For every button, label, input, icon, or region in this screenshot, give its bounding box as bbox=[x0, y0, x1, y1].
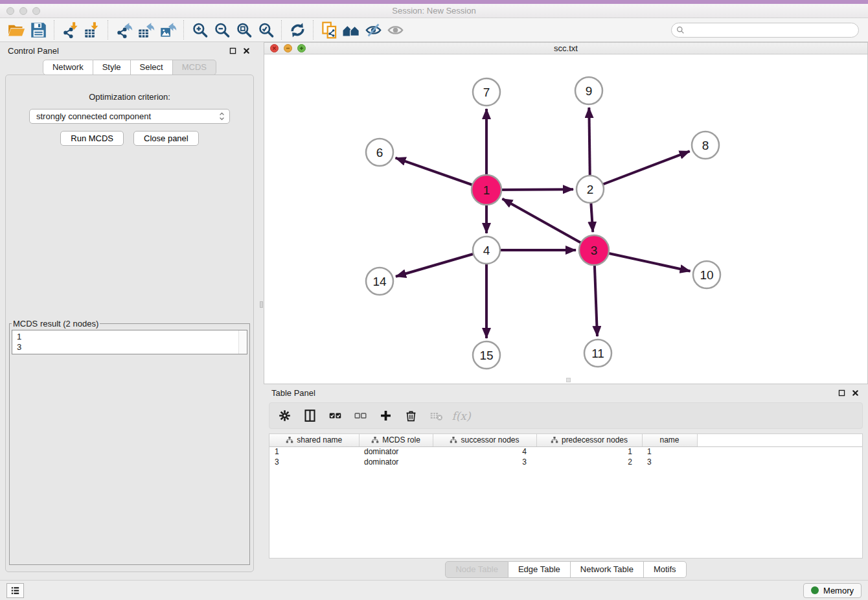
open-file-icon[interactable] bbox=[5, 20, 27, 40]
graph-node-15[interactable]: 15 bbox=[473, 341, 500, 369]
export-network-icon[interactable] bbox=[113, 20, 135, 40]
right-column: scc.txt 7968124314101511 Table Panel bbox=[264, 42, 868, 580]
minimize-view-icon[interactable] bbox=[284, 44, 292, 52]
graph-node-6[interactable]: 6 bbox=[366, 139, 393, 166]
clone-network-icon[interactable] bbox=[318, 20, 340, 40]
network-window-title: scc.txt bbox=[264, 43, 867, 53]
export-table-icon[interactable] bbox=[135, 20, 157, 40]
maximize-view-icon[interactable] bbox=[297, 44, 306, 52]
zoom-fit-icon[interactable] bbox=[233, 20, 255, 40]
mcds-result-text[interactable]: 13 bbox=[12, 330, 247, 354]
mcds-result-title: MCDS result (2 nodes) bbox=[12, 319, 100, 329]
svg-text:8: 8 bbox=[702, 139, 709, 152]
column-header-successor-nodes[interactable]: successor nodes bbox=[433, 434, 536, 446]
application-window: Session: New Session Control Panel Netwo… bbox=[0, 0, 868, 600]
float-panel-icon[interactable] bbox=[227, 46, 238, 56]
canvas-grip-handle[interactable] bbox=[566, 378, 571, 382]
task-history-button[interactable] bbox=[6, 583, 24, 598]
add-column-icon[interactable] bbox=[377, 408, 394, 424]
table-tab-network-table[interactable]: Network Table bbox=[571, 561, 644, 578]
search-container bbox=[671, 23, 859, 38]
hide-panel-icon[interactable] bbox=[362, 20, 384, 40]
graph-node-9[interactable]: 9 bbox=[575, 77, 602, 104]
control-panel-header: Control Panel bbox=[0, 42, 259, 60]
svg-text:4: 4 bbox=[483, 244, 490, 257]
graph-node-3[interactable]: 3 bbox=[579, 235, 609, 265]
select-stepper-icon bbox=[218, 111, 225, 122]
select-all-icon[interactable] bbox=[326, 408, 343, 424]
node-table-container: shared nameMCDS rolesuccessor nodesprede… bbox=[269, 433, 863, 559]
table-panel-title: Table Panel bbox=[271, 388, 833, 398]
graph-edge-2-8[interactable] bbox=[590, 151, 690, 189]
table-tab-node-table[interactable]: Node Table bbox=[445, 561, 508, 578]
table-row[interactable]: 1dominator411 bbox=[269, 446, 862, 457]
mcds-result-box: MCDS result (2 nodes) 13 bbox=[9, 319, 250, 565]
mcds-result-line: 1 bbox=[17, 332, 235, 342]
column-header-name[interactable]: name bbox=[642, 434, 697, 446]
tab-mcds[interactable]: MCDS bbox=[173, 60, 216, 75]
graph-node-8[interactable]: 8 bbox=[692, 132, 719, 159]
home-icon[interactable] bbox=[340, 20, 362, 40]
network-graph: 7968124314101511 bbox=[264, 54, 867, 381]
control-panel: Control Panel NetworkStyleSelectMCDS Opt… bbox=[0, 42, 259, 580]
column-layout-icon[interactable] bbox=[301, 408, 318, 424]
table-cell-filler bbox=[697, 457, 862, 467]
criterion-value: strongly connected component bbox=[36, 111, 218, 121]
table-row[interactable]: 3dominator323 bbox=[269, 457, 862, 467]
memory-label: Memory bbox=[823, 586, 854, 595]
close-view-icon[interactable] bbox=[270, 44, 279, 52]
graph-node-4[interactable]: 4 bbox=[473, 237, 500, 264]
graph-node-14[interactable]: 14 bbox=[366, 268, 393, 295]
panel-splitter[interactable] bbox=[259, 42, 264, 580]
table-tab-motifs[interactable]: Motifs bbox=[644, 561, 687, 578]
control-panel-title: Control Panel bbox=[8, 46, 224, 56]
close-table-panel-icon[interactable] bbox=[850, 388, 860, 398]
export-image-icon[interactable] bbox=[157, 20, 179, 40]
graph-edge-3-1[interactable] bbox=[502, 199, 594, 250]
zoom-selected-icon[interactable] bbox=[255, 20, 277, 40]
graph-node-11[interactable]: 11 bbox=[584, 340, 611, 367]
zoom-in-icon[interactable] bbox=[188, 20, 211, 40]
table-panel-header: Table Panel bbox=[264, 384, 868, 402]
tab-network[interactable]: Network bbox=[43, 60, 93, 75]
table-cell: dominator bbox=[359, 446, 433, 457]
run-mcds-button[interactable]: Run MCDS bbox=[60, 131, 124, 146]
import-table-icon[interactable] bbox=[81, 20, 103, 40]
column-header-MCDS-role[interactable]: MCDS role bbox=[359, 434, 433, 446]
refresh-icon[interactable] bbox=[286, 20, 308, 40]
memory-button[interactable]: Memory bbox=[803, 583, 862, 598]
graph-node-10[interactable]: 10 bbox=[693, 261, 720, 288]
graph-node-7[interactable]: 7 bbox=[473, 78, 500, 106]
deselect-all-icon[interactable] bbox=[352, 408, 369, 424]
graph-node-1[interactable]: 1 bbox=[472, 175, 501, 205]
optimization-criterion-label: Optimization criterion: bbox=[89, 92, 170, 102]
svg-text:2: 2 bbox=[587, 183, 594, 196]
delete-column-icon[interactable] bbox=[402, 408, 419, 424]
table-cell: 1 bbox=[269, 446, 359, 457]
tab-select[interactable]: Select bbox=[131, 60, 173, 75]
svg-text:1: 1 bbox=[483, 183, 490, 197]
network-canvas[interactable]: 7968124314101511 bbox=[264, 54, 867, 384]
zoom-out-icon[interactable] bbox=[211, 20, 233, 40]
import-network-icon[interactable] bbox=[59, 20, 81, 40]
status-bar: Memory bbox=[0, 580, 868, 600]
toolbar-separator bbox=[313, 20, 314, 40]
tab-style[interactable]: Style bbox=[93, 60, 131, 75]
result-scrollbar[interactable] bbox=[238, 330, 247, 354]
save-session-icon[interactable] bbox=[27, 20, 49, 40]
table-settings-icon[interactable] bbox=[276, 408, 293, 424]
search-input[interactable] bbox=[671, 23, 859, 38]
close-panel-button[interactable]: Close panel bbox=[133, 131, 199, 146]
float-table-panel-icon[interactable] bbox=[836, 388, 847, 398]
function-builder-icon: f(x) bbox=[453, 408, 470, 424]
column-header-predecessor-nodes[interactable]: predecessor nodes bbox=[536, 434, 642, 446]
table-tab-edge-table[interactable]: Edge Table bbox=[508, 561, 571, 578]
graph-node-2[interactable]: 2 bbox=[577, 176, 604, 203]
column-header-shared-name[interactable]: shared name bbox=[269, 434, 359, 446]
splitter-handle-icon[interactable] bbox=[260, 301, 263, 308]
table-cell: dominator bbox=[359, 457, 433, 467]
node-table: shared nameMCDS rolesuccessor nodesprede… bbox=[269, 434, 862, 467]
close-panel-icon[interactable] bbox=[241, 46, 251, 56]
optimization-criterion-select[interactable]: strongly connected component bbox=[29, 109, 230, 124]
toolbar-separator bbox=[183, 20, 184, 40]
